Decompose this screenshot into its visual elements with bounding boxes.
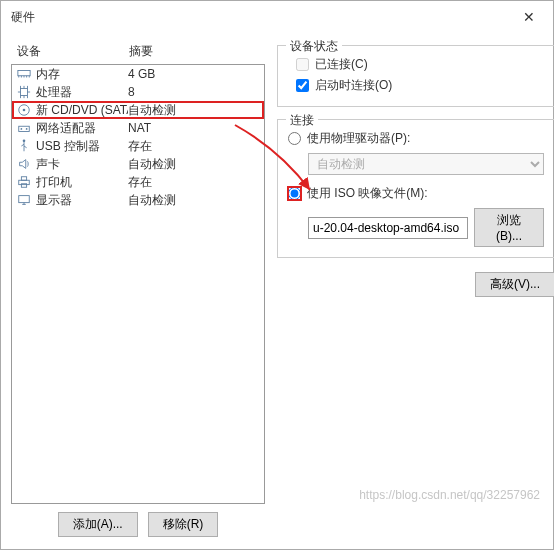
connected-checkbox[interactable] [296, 58, 309, 71]
right-panel: 设备状态 已连接(C) 启动时连接(O) 连接 使用物理驱动器(P): [277, 37, 554, 545]
advanced-button[interactable]: 高级(V)... [475, 272, 554, 297]
physical-drive-select[interactable]: 自动检测 [308, 153, 544, 175]
content-area: 设备 摘要 内存4 GB处理器8新 CD/DVD (SATA)自动检测网络适配器… [1, 33, 553, 545]
physical-drive-select-row: 自动检测 [308, 153, 544, 175]
connect-on-power-label: 启动时连接(O) [315, 77, 392, 94]
svg-rect-11 [19, 196, 30, 203]
device-summary: 存在 [128, 138, 260, 155]
memory-icon [16, 67, 32, 81]
device-row[interactable]: 新 CD/DVD (SATA)自动检测 [12, 101, 264, 119]
device-summary: 自动检测 [128, 102, 260, 119]
device-name: 打印机 [36, 174, 128, 191]
device-row[interactable]: USB 控制器存在 [12, 137, 264, 155]
device-row[interactable]: 内存4 GB [12, 65, 264, 83]
device-summary: 4 GB [128, 67, 260, 81]
browse-button[interactable]: 浏览(B)... [474, 208, 544, 247]
connected-label: 已连接(C) [315, 56, 368, 73]
device-name: 声卡 [36, 156, 128, 173]
display-icon [16, 193, 32, 207]
left-buttons: 添加(A)... 移除(R) [11, 504, 265, 545]
device-row[interactable]: 显示器自动检测 [12, 191, 264, 209]
device-summary: 存在 [128, 174, 260, 191]
device-row[interactable]: 网络适配器NAT [12, 119, 264, 137]
iso-file-row: 浏览(B)... [308, 208, 544, 247]
remove-button[interactable]: 移除(R) [148, 512, 219, 537]
column-headers: 设备 摘要 [11, 37, 265, 64]
svg-point-6 [26, 128, 28, 130]
svg-rect-1 [21, 89, 28, 96]
svg-point-7 [23, 139, 26, 142]
device-status-group: 设备状态 已连接(C) 启动时连接(O) [277, 45, 554, 107]
svg-rect-4 [19, 126, 30, 131]
device-status-title: 设备状态 [286, 38, 342, 55]
connection-group: 连接 使用物理驱动器(P): 自动检测 使用 ISO 映像文件(M): 浏览 [277, 119, 554, 258]
device-row[interactable]: 打印机存在 [12, 173, 264, 191]
dialog-title: 硬件 [11, 9, 35, 26]
device-name: 网络适配器 [36, 120, 128, 137]
svg-point-3 [23, 109, 26, 112]
physical-drive-radio[interactable] [288, 132, 301, 145]
titlebar: 硬件 ✕ [1, 1, 553, 33]
svg-point-5 [21, 128, 23, 130]
usb-icon [16, 139, 32, 153]
device-summary: NAT [128, 121, 260, 135]
device-summary: 自动检测 [128, 156, 260, 173]
svg-rect-9 [21, 177, 26, 181]
connected-checkbox-row[interactable]: 已连接(C) [288, 54, 544, 75]
device-name: 内存 [36, 66, 128, 83]
left-panel: 设备 摘要 内存4 GB处理器8新 CD/DVD (SATA)自动检测网络适配器… [11, 37, 265, 545]
advanced-row: 高级(V)... [277, 272, 554, 297]
physical-drive-radio-row[interactable]: 使用物理驱动器(P): [288, 128, 544, 149]
svg-rect-0 [18, 71, 30, 76]
cpu-icon [16, 85, 32, 99]
close-button[interactable]: ✕ [515, 7, 543, 27]
iso-radio-row[interactable]: 使用 ISO 映像文件(M): [288, 183, 544, 204]
cd-icon [16, 103, 32, 117]
connect-on-power-checkbox[interactable] [296, 79, 309, 92]
network-icon [16, 121, 32, 135]
iso-file-input[interactable] [308, 217, 468, 239]
device-name: 处理器 [36, 84, 128, 101]
connection-title: 连接 [286, 112, 318, 129]
device-row[interactable]: 声卡自动检测 [12, 155, 264, 173]
sound-icon [16, 157, 32, 171]
device-summary: 8 [128, 85, 260, 99]
dialog-footer: 关闭 帮助 [1, 545, 553, 550]
device-name: USB 控制器 [36, 138, 128, 155]
iso-radio[interactable] [288, 187, 301, 200]
add-button[interactable]: 添加(A)... [58, 512, 138, 537]
header-device: 设备 [17, 43, 129, 60]
device-name: 新 CD/DVD (SATA) [36, 102, 128, 119]
physical-drive-label: 使用物理驱动器(P): [307, 130, 410, 147]
connect-on-power-row[interactable]: 启动时连接(O) [288, 75, 544, 96]
device-row[interactable]: 处理器8 [12, 83, 264, 101]
device-list[interactable]: 内存4 GB处理器8新 CD/DVD (SATA)自动检测网络适配器NATUSB… [11, 64, 265, 504]
iso-label: 使用 ISO 映像文件(M): [307, 185, 428, 202]
printer-icon [16, 175, 32, 189]
device-summary: 自动检测 [128, 192, 260, 209]
hardware-dialog: 硬件 ✕ 设备 摘要 内存4 GB处理器8新 CD/DVD (SATA)自动检测… [0, 0, 554, 550]
header-summary: 摘要 [129, 43, 265, 60]
device-name: 显示器 [36, 192, 128, 209]
